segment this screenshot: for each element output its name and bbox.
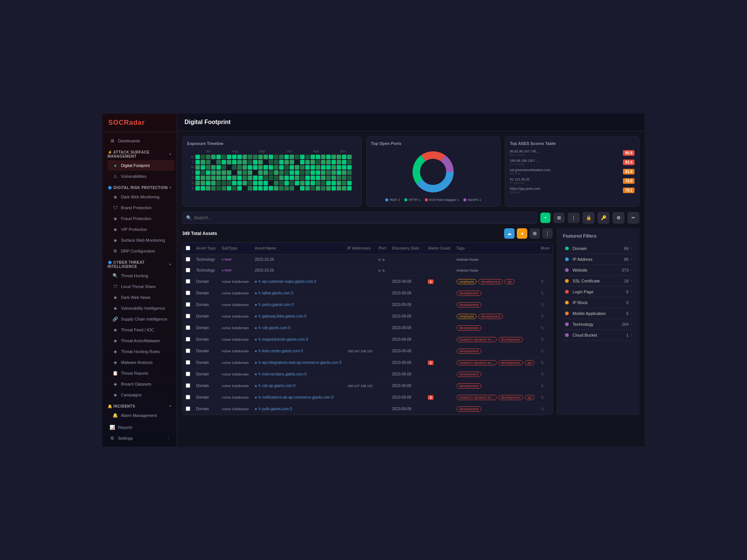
th-ip[interactable]: IP Addresses: [345, 243, 376, 254]
timeline-cell[interactable]: [248, 186, 252, 191]
timeline-cell[interactable]: [279, 170, 284, 175]
timeline-cell[interactable]: [211, 160, 216, 164]
timeline-cell[interactable]: [311, 181, 315, 185]
timeline-cell[interactable]: [216, 176, 221, 180]
timeline-cell[interactable]: [243, 186, 247, 191]
timeline-cell[interactable]: [258, 165, 263, 170]
section-digital-risk[interactable]: 🔷 Digital Risk Protection ▾: [102, 182, 177, 191]
timeline-cell[interactable]: [211, 181, 216, 185]
timeline-cell[interactable]: [331, 176, 336, 180]
timeline-cell[interactable]: [311, 155, 315, 159]
timeline-cell[interactable]: [243, 165, 247, 170]
asset-name[interactable]: ● ↻ api.customer-maps.giants.com 0: [255, 279, 316, 284]
timeline-cell[interactable]: [206, 170, 210, 175]
settings-button[interactable]: ⚙: [612, 212, 624, 224]
timeline-cell[interactable]: [222, 186, 226, 191]
timeline-cell[interactable]: [311, 160, 315, 164]
timeline-cell[interactable]: [253, 181, 257, 185]
tag[interactable]: development: [457, 372, 481, 377]
sidebar-item-threat-actor[interactable]: ◈ Threat Actor/Malware: [108, 335, 175, 346]
timeline-cell[interactable]: [290, 181, 294, 185]
timeline-cell[interactable]: [248, 155, 252, 159]
timeline-cell[interactable]: [269, 181, 273, 185]
row-checkbox[interactable]: [186, 268, 190, 272]
timeline-cell[interactable]: [195, 176, 200, 180]
grid-button[interactable]: ⊞: [553, 213, 565, 223]
timeline-cell[interactable]: [237, 155, 242, 159]
sidebar-item-fraud[interactable]: ◈ Fraud Protection: [108, 213, 175, 224]
th-asset-name[interactable]: Asset Name: [252, 243, 345, 254]
timeline-cell[interactable]: [321, 181, 325, 185]
timeline-cell[interactable]: [274, 186, 278, 191]
timeline-cell[interactable]: [284, 181, 289, 185]
timeline-cell[interactable]: [227, 176, 231, 180]
tag[interactable]: development: [478, 314, 503, 319]
th-tags[interactable]: Tags: [453, 243, 538, 254]
tag[interactable]: development: [457, 325, 481, 331]
timeline-cell[interactable]: [253, 165, 257, 170]
th-port[interactable]: Port: [376, 243, 389, 254]
timeline-cell[interactable]: [295, 186, 299, 191]
timeline-cell[interactable]: [232, 186, 237, 191]
timeline-cell[interactable]: [305, 170, 310, 175]
timeline-cell[interactable]: [201, 170, 205, 175]
sidebar-item-vuln-intel[interactable]: ◈ Vulnerability Intelligence: [108, 303, 175, 313]
timeline-cell[interactable]: [279, 160, 284, 164]
timeline-cell[interactable]: [237, 165, 242, 170]
timeline-cell[interactable]: [305, 186, 310, 191]
row-checkbox[interactable]: [186, 395, 190, 399]
timeline-cell[interactable]: [326, 176, 331, 180]
asset-name[interactable]: ● ↻ talker.giants.com 0: [255, 291, 293, 295]
timeline-cell[interactable]: [248, 176, 252, 180]
timeline-cell[interactable]: [232, 160, 237, 164]
sidebar-item-dark-web[interactable]: ◈ Dark Web Monitoring: [108, 192, 175, 202]
timeline-cell[interactable]: [326, 186, 331, 191]
timeline-cell[interactable]: [269, 176, 273, 180]
timeline-cell[interactable]: [216, 155, 221, 159]
section-cyber-threat[interactable]: 🔷 Cyber Threat Intelligence ▾: [102, 257, 177, 270]
filter-item-website[interactable]: Website 273 ›: [563, 265, 634, 276]
tag[interactable]: development: [498, 395, 523, 400]
timeline-cell[interactable]: [337, 186, 341, 191]
asset-action-1[interactable]: ☁: [504, 228, 515, 239]
timeline-cell[interactable]: [295, 170, 299, 175]
timeline-cell[interactable]: [206, 160, 210, 164]
th-subtype[interactable]: SubType: [219, 243, 252, 254]
timeline-cell[interactable]: [211, 176, 216, 180]
timeline-cell[interactable]: [195, 170, 200, 175]
tag[interactable]: development: [457, 406, 481, 412]
timeline-cell[interactable]: [295, 165, 299, 170]
tag[interactable]: hosted in dynamic en...: [457, 360, 497, 365]
timeline-cell[interactable]: [274, 160, 278, 164]
timeline-cell[interactable]: [206, 176, 210, 180]
row-checkbox[interactable]: [186, 337, 190, 341]
timeline-cell[interactable]: [342, 176, 346, 180]
timeline-cell[interactable]: [216, 186, 221, 191]
filter-item-cloud[interactable]: Cloud Bucket 1 ›: [563, 330, 634, 341]
timeline-cell[interactable]: [263, 155, 268, 159]
timeline-cell[interactable]: [347, 176, 352, 180]
timeline-cell[interactable]: [337, 155, 341, 159]
timeline-cell[interactable]: [227, 155, 231, 159]
timeline-cell[interactable]: [263, 186, 268, 191]
timeline-cell[interactable]: [347, 186, 352, 191]
timeline-cell[interactable]: [342, 181, 346, 185]
row-checkbox[interactable]: [186, 257, 190, 262]
timeline-cell[interactable]: [195, 181, 200, 185]
more-button[interactable]: ⋮: [568, 213, 580, 223]
timeline-cell[interactable]: [290, 176, 294, 180]
timeline-cell[interactable]: [347, 160, 352, 164]
timeline-cell[interactable]: [243, 160, 247, 164]
timeline-cell[interactable]: [258, 186, 263, 191]
timeline-cell[interactable]: [269, 165, 273, 170]
timeline-cell[interactable]: [253, 170, 257, 175]
timeline-cell[interactable]: [222, 165, 226, 170]
timeline-cell[interactable]: [316, 170, 320, 175]
timeline-cell[interactable]: [206, 155, 210, 159]
sidebar-item-dark-web-news[interactable]: ◈ Dark Web News: [108, 292, 175, 303]
asset-name[interactable]: ● ↻ cdn.giants.com 0: [255, 326, 290, 330]
timeline-cell[interactable]: [316, 176, 320, 180]
sidebar-item-vulnerabilities[interactable]: ⚠ Vulnerabilities: [108, 171, 175, 182]
timeline-cell[interactable]: [284, 160, 289, 164]
asset-name[interactable]: ● ↻ policy.giants.com 0: [255, 303, 294, 307]
